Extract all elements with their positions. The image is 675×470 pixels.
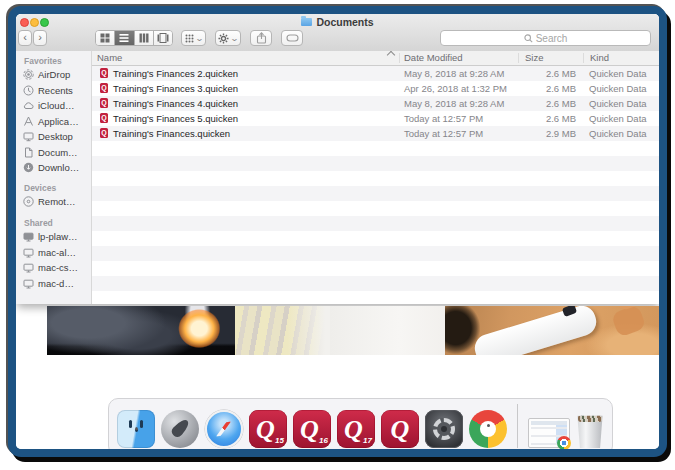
- quicken-16-badge: 16: [319, 436, 328, 445]
- table-row[interactable]: Training's Finances.quicken Today at 12:…: [92, 126, 659, 141]
- coverflow-view-icon: [157, 33, 169, 43]
- quicken-15-badge: 15: [275, 436, 284, 445]
- quicken-file-icon: [100, 68, 108, 78]
- tag-button[interactable]: [281, 30, 303, 46]
- back-button[interactable]: ‹: [18, 30, 32, 46]
- shared-computer-icon: [23, 278, 34, 289]
- sidebar-item-downloads[interactable]: Downlo…: [16, 160, 91, 176]
- desktop-icon: [23, 131, 34, 142]
- file-list: Name Date Modified Size Kind Training's …: [92, 51, 659, 304]
- quicken-16-dock-icon[interactable]: 16: [293, 410, 331, 448]
- column-view-button[interactable]: [135, 31, 154, 45]
- sidebar-section-devices: Devices: [16, 183, 91, 194]
- sidebar-item-lp-plaw[interactable]: lp-plaw…: [16, 229, 91, 245]
- quicken-file-icon: [100, 98, 108, 108]
- sidebar-item-mac-al[interactable]: mac-al…: [16, 245, 91, 261]
- share-icon: [256, 32, 267, 44]
- sidebar-item-mac-cs[interactable]: mac-cs…: [16, 260, 91, 276]
- sidebar-item-mac-d[interactable]: mac-d…: [16, 276, 91, 292]
- finder-window: Documents ‹ ›: [16, 14, 659, 304]
- sidebar-item-documents[interactable]: Docum…: [16, 145, 91, 161]
- sidebar-item-airdrop[interactable]: AirDrop: [16, 67, 91, 83]
- safari-dock-icon[interactable]: [205, 410, 243, 448]
- quicken-17-badge: 17: [363, 436, 372, 445]
- action-button[interactable]: ⌄: [215, 30, 241, 46]
- table-row[interactable]: Training's Finances 3.quicken Apr 26, 20…: [92, 81, 659, 96]
- wallpaper-light-section: [330, 306, 445, 355]
- forward-button[interactable]: ›: [33, 30, 47, 46]
- trash-dock-icon[interactable]: [576, 415, 604, 448]
- system-preferences-dock-icon[interactable]: [425, 410, 463, 448]
- shared-computer-icon: [23, 262, 34, 273]
- column-header-kind[interactable]: Kind: [590, 52, 609, 63]
- column-header-name[interactable]: Name: [97, 52, 122, 63]
- quicken-dock-icon[interactable]: [381, 410, 419, 448]
- quicken-17-dock-icon[interactable]: 17: [337, 410, 375, 448]
- chevron-down-icon: ⌄: [194, 34, 203, 43]
- sort-ascending-icon: [387, 51, 395, 59]
- dock: 15 16 17: [108, 398, 613, 449]
- arrange-button[interactable]: ⌄: [181, 30, 206, 46]
- group-icon: [185, 34, 194, 43]
- sidebar-item-recents[interactable]: Recents: [16, 83, 91, 99]
- airdrop-icon: [23, 69, 34, 80]
- column-header-date[interactable]: Date Modified: [404, 52, 463, 63]
- sticky-notes-photo: [235, 306, 330, 355]
- quicken-15-dock-icon[interactable]: 15: [249, 410, 287, 448]
- desktop-wallpaper-strip: [16, 306, 659, 355]
- rocket-launch-photo: [47, 306, 235, 355]
- quicken-file-icon: [100, 83, 108, 93]
- screenshot-frame: Documents ‹ ›: [8, 6, 667, 457]
- sidebar-item-remote-disc[interactable]: Remot…: [16, 194, 91, 210]
- dock-separator: [517, 404, 518, 448]
- table-row[interactable]: Training's Finances 4.quicken May 8, 201…: [92, 96, 659, 111]
- view-switcher: [95, 30, 173, 46]
- recents-icon: [23, 85, 34, 96]
- minimized-window-thumbnail[interactable]: [528, 418, 570, 448]
- column-divider: [399, 53, 400, 63]
- screen: Documents ‹ ›: [16, 14, 659, 449]
- chevron-down-icon: ⌄: [230, 34, 239, 43]
- quicken-file-icon: [100, 128, 108, 138]
- folder-icon: [301, 18, 312, 26]
- applications-icon: [23, 116, 34, 127]
- shared-computer-icon: [23, 231, 34, 242]
- column-divider: [583, 53, 584, 63]
- finder-dock-icon[interactable]: [117, 410, 155, 448]
- icloud-icon: [23, 100, 34, 111]
- chrome-dock-icon[interactable]: [469, 410, 507, 448]
- list-body: Training's Finances 2.quicken May 8, 201…: [92, 66, 659, 304]
- column-divider: [518, 53, 519, 63]
- list-header: Name Date Modified Size Kind: [92, 51, 659, 66]
- shared-computer-icon: [23, 247, 34, 258]
- column-view-icon: [139, 33, 149, 43]
- tag-icon: [286, 34, 299, 42]
- share-button[interactable]: [250, 30, 272, 46]
- gear-icon: [218, 33, 229, 44]
- remote-disc-icon: [23, 196, 34, 207]
- sidebar: Favorites AirDrop Recents iCloud…: [16, 51, 92, 304]
- search-icon: [524, 34, 533, 43]
- sidebar-item-applications[interactable]: Applica…: [16, 114, 91, 130]
- table-row[interactable]: Training's Finances 2.quicken May 8, 201…: [92, 66, 659, 81]
- column-header-size[interactable]: Size: [525, 52, 543, 63]
- icon-view-button[interactable]: [96, 31, 115, 45]
- table-row[interactable]: Training's Finances 5.quicken Today at 1…: [92, 111, 659, 126]
- grid-view-icon: [100, 33, 110, 43]
- window-chrome: Documents ‹ ›: [16, 14, 659, 52]
- documents-icon: [23, 147, 34, 158]
- titlebar: Documents: [16, 16, 659, 28]
- sidebar-section-shared: Shared: [16, 218, 91, 229]
- search-input[interactable]: Search: [440, 30, 651, 46]
- coverflow-view-button[interactable]: [154, 31, 172, 45]
- window-title: Documents: [316, 16, 373, 28]
- launchpad-dock-icon[interactable]: [161, 410, 199, 448]
- quicken-file-icon: [100, 113, 108, 123]
- list-view-button[interactable]: [115, 31, 134, 45]
- arm-watch-photo: [445, 306, 659, 355]
- sidebar-item-desktop[interactable]: Desktop: [16, 129, 91, 145]
- sidebar-item-icloud[interactable]: iCloud…: [16, 98, 91, 114]
- downloads-icon: [23, 162, 34, 173]
- desktop: Documents ‹ ›: [0, 0, 675, 470]
- search-placeholder: Search: [536, 33, 568, 44]
